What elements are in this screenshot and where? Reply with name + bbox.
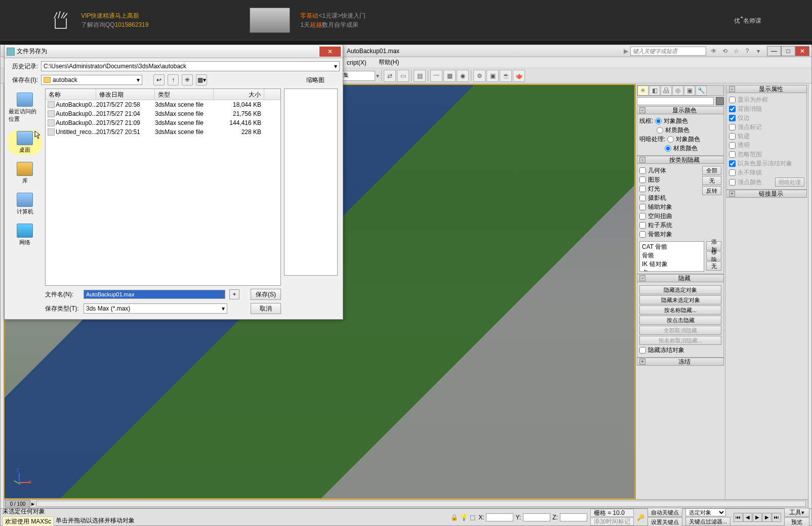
place-recent[interactable]: 最近访问的位置 [8,92,42,124]
views-icon[interactable]: ▦▾ [196,74,207,85]
traj-check[interactable] [729,133,736,140]
align-icon[interactable]: ▭ [397,70,409,82]
cancel-button[interactable]: 取消 [251,303,281,314]
history-combo[interactable]: C:\Users\Administrator\Documents\3dsMax\… [41,61,340,71]
file-row[interactable]: AutoBackup0...2017/5/27 21:043dsMax scen… [46,109,280,118]
timetag-display[interactable]: 添加时间标记 [590,517,634,525]
tools-button[interactable]: 工具 ▾ [784,508,809,517]
search-input[interactable] [630,47,706,56]
time-slider[interactable]: 0 / 100 [5,500,30,507]
place-library[interactable]: 库 [8,161,42,186]
increment-button[interactable]: + [229,289,239,299]
hide-rollout[interactable]: -隐藏 [637,274,724,282]
motion-tab-icon[interactable]: ◎ [672,85,683,96]
render-frame-icon[interactable]: ▣ [486,70,499,82]
bone-listbox[interactable]: CAT 骨骼 骨骼 IK 链对象 点 [639,241,704,272]
freeze-rollout[interactable]: +冻结 [637,358,724,366]
keymode-combo[interactable]: 选定对象 [685,508,726,516]
bone-check[interactable] [639,231,646,238]
utilities-tab-icon[interactable]: 🔧 [696,85,707,96]
object-name-input[interactable] [637,97,714,105]
light-check[interactable] [639,186,646,192]
modify-tab-icon[interactable]: ◧ [649,85,660,96]
keyfilter-button[interactable]: 关键点过滤器... [685,517,730,526]
shade-mat-radio[interactable] [665,145,671,152]
edges-check[interactable] [729,115,736,121]
schematic-icon[interactable]: ▦ [443,70,456,82]
layer-icon[interactable]: ▤ [414,70,426,82]
help-icon[interactable]: ? [743,47,752,56]
key-icon[interactable]: 🔑 [637,514,644,521]
geom-check[interactable] [639,167,646,174]
autokey-button[interactable]: 自动关键点 [647,508,682,517]
none2-button[interactable]: 无 [706,261,721,271]
wireframe-mat-radio[interactable] [657,127,663,134]
camera-check[interactable] [639,195,646,201]
link-disp-rollout[interactable]: +链接显示 [726,190,807,198]
place-desktop[interactable]: 桌面 [8,130,42,155]
isolate-icon[interactable]: 💡 [460,514,468,521]
menu-script[interactable]: cript(X) [345,58,369,67]
hide-unsel-button[interactable]: 隐藏未选定对象 [639,295,721,304]
savein-combo[interactable]: autoback▾ [41,75,142,85]
lock-icon[interactable]: 🔒 [451,514,458,521]
filename-combo[interactable] [84,290,225,299]
back-icon[interactable]: ↩ [153,74,165,85]
goto-end-icon[interactable]: ⏭ [772,513,781,522]
helper-check[interactable] [639,204,646,210]
hide-sel-button[interactable]: 隐藏选定对象 [639,285,721,294]
unhide-name-button[interactable]: 按名称取消隐藏... [639,336,721,345]
hide-category-rollout[interactable]: -按类别隐藏 [637,156,724,164]
dropdown-icon[interactable]: ▾ [754,47,763,56]
hide-frozen-check[interactable] [639,347,646,354]
nodegrade-check[interactable] [729,169,736,176]
save-button[interactable]: 保存(S) [251,289,281,300]
preview-button[interactable]: 预览 [784,517,809,526]
shade-button[interactable]: 明暗处理 [775,178,804,187]
link-icon[interactable]: ⟲ [720,47,729,56]
create-tab-icon[interactable]: ✳ [637,85,648,96]
hide-byname-button[interactable]: 按名称隐藏... [639,305,721,315]
file-list[interactable]: 名称 修改日期 类型 大小 AutoBackup0...2017/5/27 20… [45,89,281,286]
time-expand-icon[interactable]: ▸ [31,500,34,507]
file-row[interactable]: AutoBackup0...2017/5/27 21:093dsMax scen… [46,118,280,127]
close-button[interactable]: ✕ [795,46,809,56]
vcolor-check[interactable] [729,179,736,186]
teapot-icon[interactable]: 🫖 [513,70,525,82]
render-setup-icon[interactable]: ⚙ [473,70,485,82]
minimize-button[interactable]: — [767,46,781,56]
file-row[interactable]: Untitled_reco...2017/5/27 20:513dsMax sc… [46,127,280,137]
particle-check[interactable] [639,222,646,229]
backface-check[interactable] [729,106,736,112]
maxscript-prompt[interactable]: 欢迎使用 MAXSc [3,516,54,526]
ignore-check[interactable] [729,151,736,158]
place-computer[interactable]: 计算机 [8,192,42,216]
render-icon[interactable]: ☕ [500,70,512,82]
setkey-button[interactable]: 设置关键点 [647,517,682,526]
trans-check[interactable] [729,142,736,149]
binoculars-icon[interactable]: 👁 [709,47,718,56]
goto-start-icon[interactable]: ⏮ [734,513,743,522]
vtick-check[interactable] [729,124,736,130]
hierarchy-tab-icon[interactable]: 品 [661,85,672,96]
box-check[interactable] [729,97,736,103]
disp-props-rollout[interactable]: -显示属性 [726,85,807,93]
z-input[interactable] [560,513,587,521]
unhide-all-button[interactable]: 全部取消隐藏 [639,326,721,335]
file-list-header[interactable]: 名称 修改日期 类型 大小 [46,89,280,100]
warp-check[interactable] [639,213,646,220]
shade-obj-radio[interactable] [667,136,674,143]
all-button[interactable]: 全部 [702,166,721,175]
x-input[interactable] [486,513,513,521]
time-track[interactable] [36,501,806,507]
prev-frame-icon[interactable]: ◀ [743,513,752,522]
object-color-swatch[interactable] [716,97,724,105]
mirror-icon[interactable]: ⇄ [384,70,396,82]
selection-lock-icon[interactable]: ⬚ [470,514,475,521]
invert-button[interactable]: 反转 [702,186,721,195]
filename-input[interactable] [84,290,225,298]
file-row[interactable]: AutoBackup0...2017/5/27 20:583dsMax scen… [46,100,280,109]
dialog-close-button[interactable]: ✕ [319,47,341,57]
star-icon[interactable]: ☆ [732,47,741,56]
material-editor-icon[interactable]: ◉ [457,70,469,82]
